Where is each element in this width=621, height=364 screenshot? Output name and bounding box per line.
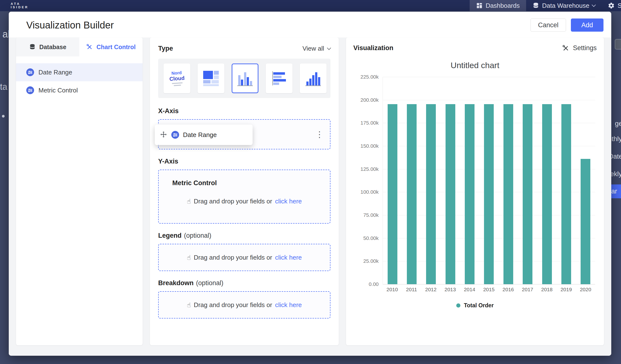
top-navigation-bar: ATA ISIDER Dashboards Data Warehouse Set… [0,0,621,11]
x-tick-label: 2019 [556,287,576,293]
tab-chart-control[interactable]: Chart Control [79,37,143,56]
move-icon [160,131,167,139]
chart-plot [382,77,595,284]
breakdown-section: Breakdown (optional) ☝ Drag and drop you… [158,279,330,318]
bar-slot [576,77,595,284]
drag-hand-icon: ☝ [187,301,191,309]
control-field-icon [26,68,34,76]
field-item-label: Date Range [38,69,72,76]
chart-legend: Total Order [353,302,597,309]
click-here-link[interactable]: click here [275,301,302,309]
bar-slot [518,77,537,284]
y-tick-label: 125.00k [360,166,379,172]
page-title: Visualization Builder [26,20,114,31]
bar-slot [421,77,441,284]
wordcloud-decor [172,82,183,84]
x-tick-label: 2016 [499,287,518,293]
nav-data-warehouse-label: Data Warehouse [542,2,589,10]
drag-hand-icon: ☝ [187,198,191,205]
bar-slot [402,77,421,284]
chart-type-column[interactable] [300,64,327,93]
chart-type-table[interactable] [198,64,224,93]
view-all-dropdown[interactable]: View all [302,45,330,52]
warehouse-database-icon [533,2,539,9]
chart-title: Untitled chart [353,61,597,70]
bar-slot [556,77,576,284]
backdrop-bullet-dot [2,115,5,118]
table-preview-icon [202,69,220,88]
field-list: Date Range Metric Control [16,63,143,99]
legend-color-dot [456,303,460,308]
settings-button[interactable]: Settings [562,44,597,52]
bar-slot [441,77,460,284]
app-logo: ATA ISIDER [11,2,29,9]
y-tick-label: 225.00k [360,74,379,80]
y-axis-label: Y-Axis [158,158,178,165]
y-tick-label: 175.00k [360,120,379,126]
tab-chart-control-label: Chart Control [96,44,136,51]
nav-data-warehouse[interactable]: Data Warehouse [526,0,602,11]
nav-dashboards[interactable]: Dashboards [470,0,526,11]
y-tick-label: 150.00k [360,143,379,149]
tools-icon [86,44,93,50]
tab-database-label: Database [39,44,66,51]
database-icon [29,44,36,50]
y-tick-label: 25.00k [363,258,379,264]
field-item-date-range[interactable]: Date Range [16,63,143,81]
bar-slot [499,77,518,284]
backdrop-text-fragment: ge [615,120,621,127]
click-here-link[interactable]: click here [275,198,302,205]
bar-2011 [407,104,417,284]
chart-type-strip: Nord Cloud [158,59,330,98]
settings-label: Settings [573,44,597,52]
breakdown-dropzone[interactable]: ☝ Drag and drop your fields or click her… [158,291,330,318]
x-tick-label: 2014 [460,287,479,293]
add-button[interactable]: Add [571,18,604,32]
chart-x-axis: 2010201120122013201420152016201720182019… [382,287,595,293]
bar-2014 [465,104,475,284]
gear-icon [608,2,615,9]
bar-2016 [503,104,513,284]
bar-2018 [542,104,552,284]
x-tick-label: 2017 [518,287,537,293]
chart-area: 225.00k200.00k175.00k150.00k125.00k100.0… [353,77,597,284]
x-tick-label: 2012 [421,287,440,293]
panel-tabs: Database Chart Control [16,37,143,56]
nav-dashboards-label: Dashboards [486,2,520,10]
y-tick-label: 100.00k [360,189,379,195]
nav-settings-label: Setti [618,2,621,10]
control-field-icon [26,86,34,94]
x-tick-label: 2010 [382,287,402,293]
bar-2013 [446,104,455,284]
chart-y-axis: 225.00k200.00k175.00k150.00k125.00k100.0… [353,77,382,284]
y-axis-dropzone[interactable]: Metric Control ☝ Drag and drop your fiel… [158,170,330,224]
kebab-menu-icon[interactable]: ⋮ [315,130,324,139]
click-here-link[interactable]: click here [275,254,302,261]
dragged-field-label: Date Range [183,131,217,139]
chart-type-wordcloud[interactable]: Nord Cloud [164,64,190,93]
gridline [383,284,595,284]
tools-icon [562,45,569,52]
legend-series-label: Total Order [464,302,494,309]
cancel-button[interactable]: Cancel [531,18,566,32]
chart-type-horizontal-bar[interactable] [266,64,293,93]
dragged-field-date-range[interactable]: Date Range [155,124,253,145]
nav-settings[interactable]: Setti [602,0,621,11]
chart-type-bar-selected[interactable] [232,64,259,93]
x-axis-dropzone[interactable]: Date Range ⋮ [158,119,330,149]
view-all-label: View all [302,45,324,52]
legend-dropzone[interactable]: ☝ Drag and drop your fields or click her… [158,244,330,271]
fields-panel: Database Chart Control Date Range Metric… [16,37,143,345]
column-chart-preview-icon [304,69,322,88]
x-tick-label: 2011 [402,287,421,293]
visualization-builder-modal: Visualization Builder Cancel Add Databas… [9,12,611,356]
breakdown-section-label: Breakdown [158,279,194,287]
drag-hand-icon: ☝ [187,254,191,261]
field-item-metric-control[interactable]: Metric Control [16,81,143,99]
x-axis-label: X-Axis [158,107,179,115]
bar-2020 [581,159,590,284]
tab-database[interactable]: Database [16,37,79,56]
modal-header: Visualization Builder Cancel Add [9,12,611,37]
legend-optional-suffix: (optional) [184,232,211,240]
dropzone-hint-text: Drag and drop your fields or [194,254,272,261]
